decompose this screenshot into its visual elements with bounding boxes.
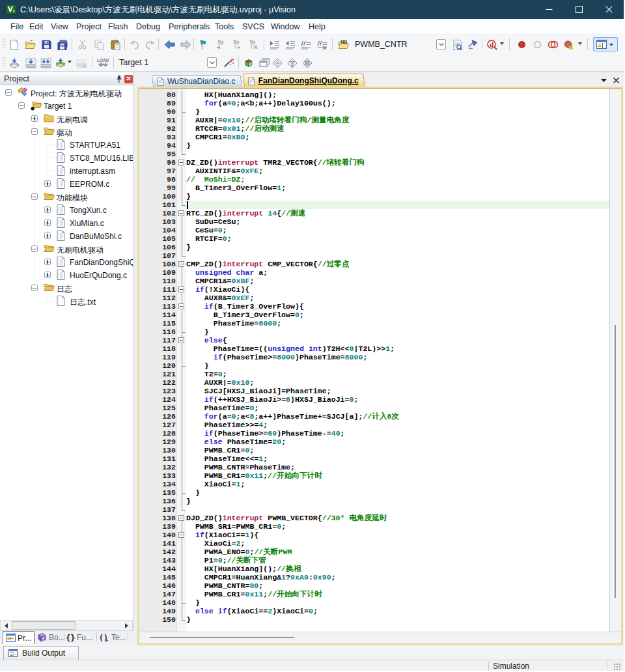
redo-button[interactable]	[144, 39, 155, 50]
collapse-icon[interactable]	[31, 128, 38, 135]
fold-collapse-icon[interactable]	[177, 209, 186, 217]
hscrollbar-thumb[interactable]	[150, 637, 294, 638]
copy-button[interactable]	[94, 39, 105, 50]
code-line-101[interactable]: 101	[139, 201, 609, 209]
code-line-104[interactable]: 104 CeSu=0;	[139, 226, 609, 234]
tree-item--[interactable]: 日志	[0, 281, 133, 294]
tree-item--.txt[interactable]: 日志.txt	[0, 294, 133, 307]
find-combo-input[interactable]: PWMB_CNTR	[355, 40, 408, 49]
fold-collapse-icon[interactable]	[177, 285, 186, 294]
code-line-111[interactable]: 111 if(!XiaoCi){	[139, 285, 609, 294]
fold-collapse-icon[interactable]	[177, 260, 186, 268]
project-items-diamond-button[interactable]	[271, 57, 283, 68]
code-line-116[interactable]: 116 }	[139, 328, 609, 336]
batch-build-caret[interactable]	[68, 61, 72, 63]
code-line-137[interactable]: 137	[139, 505, 609, 514]
breakpoint-options-caret[interactable]	[578, 42, 582, 45]
tab-list-dropdown[interactable]	[599, 76, 608, 85]
code-line-143[interactable]: 143 P1=0;//关断下管	[139, 556, 609, 565]
code-line-118[interactable]: 118 PhaseTime=((unsigned int)T2H<<8|T2L)…	[139, 344, 609, 353]
code-line-134[interactable]: 134 XiaoCi=1;	[139, 480, 609, 488]
batch-build-button[interactable]	[55, 57, 66, 68]
build-button[interactable]	[25, 57, 36, 68]
tree-item--[interactable]: 功能模块	[0, 190, 133, 203]
incremental-find-button[interactable]	[467, 39, 479, 50]
code-line-122[interactable]: 122 AUXR|=0x10;	[139, 378, 609, 387]
code-line-107[interactable]: 107	[139, 251, 609, 260]
menu-view[interactable]: View	[51, 22, 68, 31]
fold-collapse-icon[interactable]	[177, 514, 186, 522]
code-line-115[interactable]: 115 PhaseTime=8000;	[139, 319, 609, 328]
code-line-92[interactable]: 92 RTCCR=0x01;//启动测速	[139, 124, 609, 133]
tree-item-xiumian.c[interactable]: XiuMian.c	[0, 216, 133, 229]
panel-tab-pr[interactable]: Pr...	[3, 631, 35, 644]
disable-all-breakpoints-button[interactable]	[548, 39, 559, 50]
indent-button[interactable]	[269, 39, 280, 50]
tree-item-fandiandongshiqudong.c[interactable]: FanDianDongShiQuDong.c	[0, 255, 133, 268]
code-line-129[interactable]: 129 else PhaseTime=20;	[139, 438, 609, 446]
code-line-120[interactable]: 120 }	[139, 361, 609, 370]
code-line-126[interactable]: 126 for(a=0;a<8;a++)PhaseTime+=SJCJ[a];/…	[139, 412, 609, 421]
code-line-127[interactable]: 127 PhaseTime>>=4;	[139, 421, 609, 429]
stop-build-button[interactable]	[76, 57, 87, 68]
window-layout-caret[interactable]	[609, 44, 613, 46]
tree-item--[interactable]: 无刷电调	[0, 112, 133, 125]
expand-icon[interactable]	[44, 206, 51, 213]
insert-bookmark-button[interactable]	[197, 39, 208, 50]
code-line-135[interactable]: 135 }	[139, 488, 609, 497]
collapse-icon[interactable]	[31, 193, 38, 200]
code-line-105[interactable]: 105 RTCIF=0;	[139, 234, 609, 243]
previous-bookmark-button[interactable]	[214, 39, 225, 50]
cut-button[interactable]	[77, 39, 88, 50]
collapse-icon[interactable]	[5, 89, 12, 96]
undo-button[interactable]	[129, 39, 140, 50]
code-line-113[interactable]: 113 if(B_Timer3_OverFlow){	[139, 302, 609, 311]
menu-tools[interactable]: Tools	[215, 22, 234, 31]
navigate-forward-button[interactable]	[180, 39, 191, 50]
toolbar-grip[interactable]	[2, 57, 5, 68]
manage-components-button[interactable]	[243, 57, 254, 68]
editor-tab-wushuadiandiao.c[interactable]: WuShuaDianDiao.c	[152, 75, 242, 87]
close-document-button[interactable]	[611, 76, 620, 85]
tree-item-tongxun.c[interactable]: TongXun.c	[0, 203, 133, 216]
clear-bookmarks-button[interactable]	[247, 39, 258, 50]
tree-item-startup.a51[interactable]: STARTUP.A51	[0, 138, 133, 151]
code-line-94[interactable]: 94}	[139, 141, 609, 150]
tree-item-target-1[interactable]: Target 1	[0, 99, 133, 112]
code-line-100[interactable]: 100}	[139, 192, 609, 201]
code-line-148[interactable]: 148 }	[139, 598, 609, 607]
code-line-136[interactable]: 136}	[139, 497, 609, 505]
code-line-138[interactable]: 138DJD_ZD()interrupt PWMB_VECTOR{//30° 电…	[139, 514, 609, 522]
tree-item-huoerqudong.c[interactable]: HuoErQuDong.c	[0, 268, 133, 281]
code-line-131[interactable]: 131 PhaseTime<<=1;	[139, 455, 609, 463]
tree-item-eeprom.c[interactable]: EEPROM.c	[0, 177, 133, 190]
code-line-149[interactable]: 149 else if(XiaoCi==2)XiaoCi=0;	[139, 607, 609, 615]
find-combo-dropdown[interactable]	[436, 39, 446, 49]
code-line-91[interactable]: 91 AUXR|=0x10;//启动堵转看门狗/测量电角度	[139, 116, 609, 124]
code-line-145[interactable]: 145 CMPCR1=HuanXiang&1?0xA0:0x90;	[139, 573, 609, 581]
code-line-147[interactable]: 147 PWMB_CR1=0x11;//开始向下计时	[139, 590, 609, 598]
toolbar-grip[interactable]	[2, 38, 5, 50]
code-editor[interactable]: 88 HX[HuanXiang]();89 for(a=0;a<b;a++)De…	[139, 89, 621, 632]
code-line-144[interactable]: 144 HX[HuanXiang]();//换相	[139, 565, 609, 573]
target-select-combo[interactable]: Target 1	[119, 58, 148, 67]
expand-icon[interactable]	[44, 180, 51, 187]
code-line-90[interactable]: 90 }	[139, 107, 609, 116]
save-all-button[interactable]	[57, 39, 68, 50]
save-button[interactable]	[41, 39, 52, 50]
insert-breakpoint-button[interactable]	[516, 39, 527, 50]
code-line-142[interactable]: 142 PWMA_ENO=0;//关断PWM	[139, 548, 609, 556]
menu-flash[interactable]: Flash	[108, 22, 128, 31]
tree-item--[interactable]: 无刷电机驱动	[0, 242, 133, 255]
collapse-icon[interactable]	[31, 285, 38, 291]
kill-all-breakpoints-button[interactable]	[563, 39, 574, 50]
code-line-150[interactable]: 150}	[139, 615, 609, 624]
code-line-146[interactable]: 146 PWMB_CNTR=80;	[139, 581, 609, 590]
code-line-96[interactable]: 96DZ_ZD()interrupt TMR2_VECTOR{//堵转看门狗	[139, 158, 609, 167]
code-line-130[interactable]: 130 PWMB_CR1=0;	[139, 446, 609, 455]
menu-window[interactable]: Window	[271, 22, 299, 31]
code-line-117[interactable]: 117 else{	[139, 336, 609, 344]
enable-disable-breakpoint-button[interactable]	[532, 39, 543, 50]
fold-collapse-icon[interactable]	[177, 531, 186, 539]
target-combo-dropdown[interactable]	[207, 57, 217, 68]
